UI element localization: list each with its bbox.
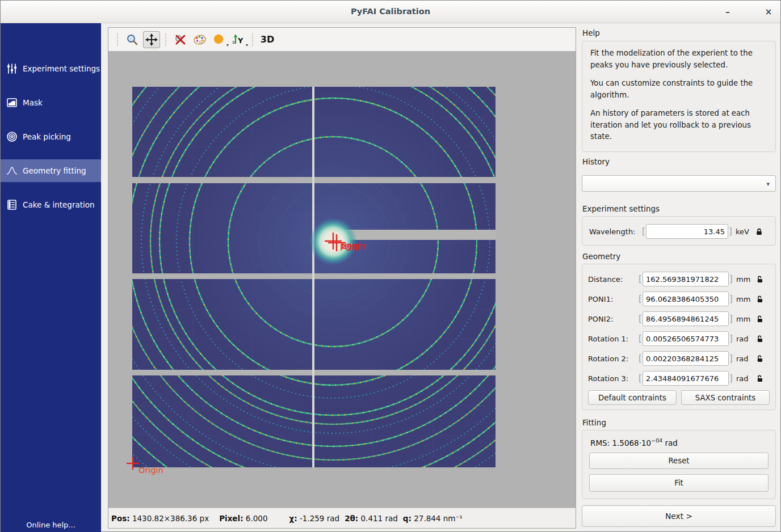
spin-bracket[interactable]: [ xyxy=(641,226,646,237)
colormap-button[interactable] xyxy=(191,31,208,48)
marker-color-button[interactable]: ▾ xyxy=(211,31,228,48)
spin-bracket[interactable]: [ xyxy=(638,333,643,344)
pan-tool-button[interactable] xyxy=(143,31,160,48)
spin-bracket[interactable]: [ xyxy=(638,314,643,324)
default-constraints-button[interactable]: Default contraints xyxy=(588,390,677,405)
sidebar-item-label: Peak picking xyxy=(23,132,71,141)
rms-exponent: −04 xyxy=(651,437,662,444)
reset-zoom-button[interactable] xyxy=(172,31,189,48)
two-theta-label: 2θ: xyxy=(345,514,358,523)
3d-view-button[interactable]: 3D xyxy=(259,31,276,48)
distance-input[interactable] xyxy=(643,272,729,286)
zoom-reset-icon xyxy=(173,32,188,47)
lock-open-icon[interactable] xyxy=(755,374,764,383)
lock-open-icon[interactable] xyxy=(755,295,764,303)
history-dropdown[interactable]: ▾ xyxy=(582,175,776,192)
spin-bracket[interactable]: ] xyxy=(729,274,733,284)
spin-bracket[interactable]: [ xyxy=(638,353,643,364)
wavelength-row: Wavelength: [ ] keV xyxy=(589,224,771,239)
spin-bracket[interactable]: ] xyxy=(728,226,733,237)
lock-open-icon[interactable] xyxy=(755,354,764,363)
orange-circle-icon xyxy=(212,32,226,47)
spin-bracket[interactable]: [ xyxy=(638,274,643,284)
spin-bracket[interactable]: ] xyxy=(729,314,733,324)
lock-closed-icon[interactable] xyxy=(755,227,763,236)
rotation2-row: Rotation 2: [ ] rad xyxy=(588,351,770,366)
rms-value: 1.5068·10 xyxy=(612,438,651,447)
move-arrows-icon xyxy=(145,33,158,47)
rings-icon xyxy=(6,130,18,143)
field-label: Rotation 3: xyxy=(588,374,638,383)
close-button[interactable]: × xyxy=(761,5,776,19)
document-icon xyxy=(6,199,18,211)
help-paragraph: Fit the modelization of the experient to… xyxy=(590,48,767,71)
plot-canvas[interactable]: Beam PONI Origin xyxy=(108,51,576,508)
field-unit: rad xyxy=(736,374,754,383)
rotation3-input[interactable] xyxy=(643,371,729,386)
right-panel: Help Fit the modelization of the experie… xyxy=(582,27,776,529)
saxs-constraints-button[interactable]: SAXS contraints xyxy=(681,390,770,405)
poni1-row: PONI1: [ ] mm xyxy=(588,291,770,307)
title-bar: PyFAI Calibration – × xyxy=(1,1,780,23)
mask-icon xyxy=(6,96,18,109)
field-unit: mm xyxy=(736,295,754,303)
poni2-input[interactable] xyxy=(643,311,729,326)
q-label: q: xyxy=(403,514,412,523)
lock-open-icon[interactable] xyxy=(755,275,764,284)
sidebar-item-peak-picking[interactable]: Peak picking xyxy=(1,125,101,148)
dropdown-caret-icon: ▾ xyxy=(246,43,248,48)
help-paragraph: You can customize constraints to guide t… xyxy=(590,78,767,101)
poni1-input[interactable] xyxy=(643,292,729,306)
q-value: 27.844 nm⁻¹ xyxy=(414,514,463,523)
sidebar-item-label: Cake & integration xyxy=(23,200,95,209)
toolbar-grip[interactable] xyxy=(251,33,254,47)
chevron-down-icon: ▾ xyxy=(766,180,770,188)
spin-bracket[interactable]: [ xyxy=(638,294,643,304)
plot-toolbar: ▾ Y 0 ▾ 3D xyxy=(108,28,576,51)
sidebar: Experiment settings Mask Peak picking Ge… xyxy=(1,23,101,532)
lock-open-icon[interactable] xyxy=(755,335,764,343)
minimize-button[interactable]: – xyxy=(720,5,735,19)
sidebar-item-label: Geometry fitting xyxy=(23,166,86,175)
status-bar: Pos: 1430.82×386.36 px Pixel: 6.000 χ: -… xyxy=(108,508,576,528)
experiment-box: Wavelength: [ ] keV xyxy=(582,216,776,246)
rotation2-input[interactable] xyxy=(643,351,729,366)
spin-bracket[interactable]: ] xyxy=(729,294,733,304)
pos-label: Pos: xyxy=(111,514,130,523)
sidebar-item-cake-integration[interactable]: Cake & integration xyxy=(1,193,101,216)
center-labels: Beam PONI xyxy=(340,241,366,253)
svg-text:Y: Y xyxy=(237,36,243,45)
pixel-label: Pixel: xyxy=(219,514,243,523)
rotation1-input[interactable] xyxy=(643,331,729,346)
sidebar-item-geometry-fitting[interactable]: Geometry fitting xyxy=(1,159,101,182)
wavelength-unit: keV xyxy=(736,227,754,236)
dropdown-caret-icon: ▾ xyxy=(226,43,229,48)
toolbar-grip[interactable] xyxy=(116,33,119,47)
window-title: PyFAI Calibration xyxy=(1,7,780,16)
y-axis-orientation-button[interactable]: Y 0 ▾ xyxy=(230,31,247,48)
origin-label: Origin xyxy=(138,466,163,475)
fitting-section-title: Fitting xyxy=(582,418,606,427)
pos-value: 1430.82×386.36 px xyxy=(132,514,209,523)
zoom-tool-button[interactable] xyxy=(124,31,141,48)
field-unit: mm xyxy=(736,315,754,323)
sidebar-item-mask[interactable]: Mask xyxy=(1,91,101,114)
rotation1-row: Rotation 1: [ ] rad xyxy=(588,331,770,347)
spin-bracket[interactable]: ] xyxy=(729,333,733,344)
spin-bracket[interactable]: ] xyxy=(729,353,733,364)
toolbar-grip[interactable] xyxy=(165,33,167,47)
chi-label: χ: xyxy=(289,514,297,523)
fit-button[interactable]: Fit xyxy=(589,474,769,492)
fitting-box: RMS: 1.5068·10−04 rad Reset Fit xyxy=(582,430,776,499)
next-button[interactable]: Next > xyxy=(582,505,776,527)
sidebar-item-experiment-settings[interactable]: Experiment settings xyxy=(1,57,101,80)
geometry-box: Distance: [ ] mm PONI1: [ ] mm xyxy=(582,264,776,410)
sliders-icon xyxy=(6,62,18,75)
spin-bracket[interactable]: ] xyxy=(729,373,733,383)
reset-button[interactable]: Reset xyxy=(589,453,769,469)
spin-bracket[interactable]: [ xyxy=(638,373,643,383)
online-help-link[interactable]: Online help... xyxy=(1,521,101,529)
y-axis-icon: Y 0 xyxy=(231,32,246,47)
lock-open-icon[interactable] xyxy=(755,315,764,323)
wavelength-input[interactable] xyxy=(646,224,728,239)
